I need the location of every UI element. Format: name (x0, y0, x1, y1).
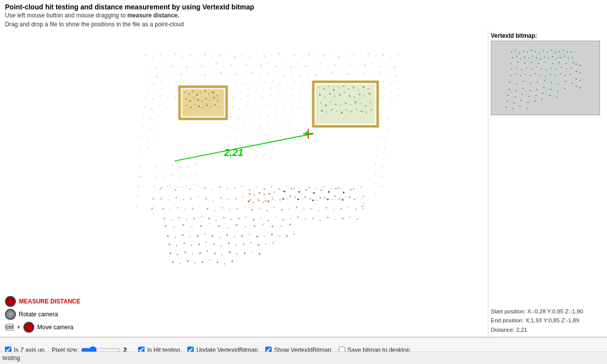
svg-rect-353 (244, 207, 245, 208)
svg-rect-536 (375, 173, 376, 174)
viewport[interactable]: 2,21 MEASURE DISTANCE Rotate camera Ctrl… (0, 30, 488, 337)
svg-rect-339 (345, 185, 346, 186)
svg-rect-64 (357, 66, 358, 67)
svg-rect-80 (228, 75, 229, 76)
svg-rect-680 (513, 108, 514, 109)
svg-rect-104 (184, 92, 185, 93)
svg-rect-225 (247, 96, 248, 97)
rotate-camera-control[interactable]: Rotate camera (5, 309, 80, 320)
svg-rect-149 (344, 92, 345, 93)
svg-rect-146 (329, 93, 330, 95)
svg-rect-514 (184, 252, 186, 253)
svg-rect-572 (519, 52, 520, 53)
svg-rect-450 (260, 218, 261, 219)
svg-rect-619 (530, 75, 531, 76)
svg-rect-224 (240, 99, 241, 100)
svg-rect-643 (580, 80, 581, 81)
svg-rect-67 (379, 66, 380, 68)
move-camera-control[interactable]: Ctrl + Move camera (5, 322, 80, 333)
svg-rect-455 (298, 217, 299, 218)
svg-rect-286 (251, 137, 252, 138)
svg-rect-668 (529, 96, 530, 97)
svg-rect-458 (320, 220, 321, 221)
svg-rect-119 (209, 100, 210, 101)
svg-rect-340 (353, 188, 354, 190)
svg-rect-381 (242, 197, 243, 198)
svg-rect-437 (164, 218, 165, 219)
svg-rect-530 (209, 260, 210, 261)
svg-rect-328 (264, 188, 265, 190)
svg-rect-13 (234, 56, 235, 58)
svg-rect-251 (389, 108, 390, 109)
point-cloud-svg[interactable]: 2,21 (0, 30, 488, 337)
svg-rect-107 (196, 94, 198, 96)
svg-rect-182 (183, 80, 184, 81)
svg-rect-419 (254, 195, 255, 196)
header-section: Point-cloud hit testing and distance mea… (0, 0, 607, 30)
svg-rect-492 (264, 235, 265, 236)
svg-rect-63 (349, 64, 351, 65)
svg-rect-480 (174, 237, 175, 238)
svg-rect-204 (233, 89, 234, 90)
svg-rect-201 (162, 88, 163, 89)
svg-rect-641 (580, 73, 581, 73)
svg-rect-438 (171, 219, 172, 220)
svg-rect-372 (175, 197, 177, 199)
svg-rect-3 (160, 54, 161, 55)
svg-rect-46 (223, 66, 224, 67)
svg-rect-626 (565, 75, 566, 76)
svg-rect-229 (277, 98, 278, 99)
svg-rect-636 (565, 81, 566, 82)
svg-rect-645 (580, 87, 581, 88)
svg-rect-496 (294, 234, 295, 235)
point-cloud-canvas[interactable]: 2,21 (0, 30, 488, 337)
svg-rect-191 (280, 83, 281, 84)
svg-rect-660 (536, 89, 537, 90)
svg-rect-125 (198, 106, 200, 107)
svg-rect-7 (189, 55, 191, 56)
svg-rect-670 (542, 93, 543, 94)
svg-rect-404 (328, 191, 329, 193)
svg-rect-240 (231, 107, 232, 108)
svg-rect-124 (194, 104, 195, 105)
measure-distance-control[interactable]: MEASURE DISTANCE (5, 296, 80, 307)
svg-rect-91 (315, 74, 317, 76)
svg-rect-639 (580, 65, 581, 66)
svg-rect-364 (325, 207, 327, 209)
svg-rect-544 (137, 196, 138, 197)
svg-rect-271 (244, 125, 245, 126)
svg-rect-11 (219, 55, 221, 56)
svg-rect-633 (544, 80, 545, 81)
svg-rect-285 (243, 135, 244, 136)
svg-rect-334 (308, 187, 310, 188)
svg-rect-547 (164, 167, 165, 168)
svg-rect-481 (182, 234, 183, 236)
svg-rect-103 (182, 89, 224, 117)
svg-rect-248 (291, 106, 292, 107)
svg-rect-485 (212, 235, 213, 237)
svg-rect-482 (189, 236, 190, 237)
svg-rect-32 (375, 56, 376, 57)
svg-rect-128 (210, 106, 211, 107)
svg-rect-280 (141, 136, 142, 137)
svg-rect-26 (330, 53, 331, 54)
svg-rect-446 (230, 219, 231, 220)
svg-rect-6 (182, 56, 183, 57)
svg-rect-164 (365, 105, 366, 107)
svg-rect-588 (520, 58, 521, 59)
svg-rect-343 (169, 210, 170, 211)
svg-rect-344 (177, 207, 178, 209)
svg-rect-382 (250, 199, 251, 201)
svg-rect-413 (320, 197, 321, 198)
svg-rect-168 (331, 109, 332, 110)
svg-rect-262 (283, 116, 284, 117)
svg-rect-555 (178, 177, 179, 178)
svg-rect-585 (571, 51, 572, 52)
svg-rect-268 (157, 125, 158, 126)
svg-rect-150 (349, 95, 350, 97)
svg-rect-30 (360, 56, 361, 57)
svg-rect-261 (275, 118, 276, 119)
svg-rect-605 (526, 68, 527, 69)
svg-rect-422 (269, 193, 270, 195)
svg-rect-659 (530, 90, 531, 91)
